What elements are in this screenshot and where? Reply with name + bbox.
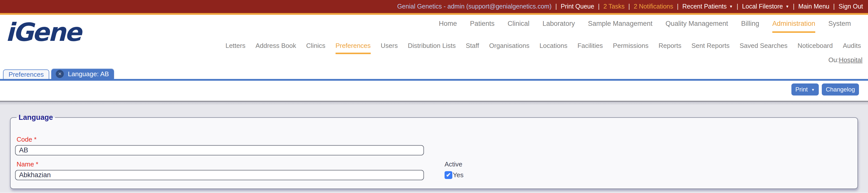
content-area: Language Code * Name * Active ✔ Yes (0, 102, 868, 193)
page: Genial Genetics - admin (support@genialg… (0, 0, 868, 193)
ou-prefix: Ou: (828, 56, 839, 64)
account-info: Genial Genetics - admin (support@genialg… (397, 3, 552, 10)
changelog-button[interactable]: Changelog (822, 83, 859, 95)
actionbar: Print ▼ Changelog (0, 81, 868, 102)
tabbar: Preferences✕Language: AB (0, 69, 868, 79)
code-input[interactable] (15, 145, 424, 155)
igene-logo: iGene (5, 20, 81, 45)
subnav-item-sent-reports[interactable]: Sent Reports (691, 42, 730, 54)
topbar-item-main-menu[interactable]: Main Menu (799, 3, 830, 10)
active-check-row: ✔ Yes (444, 170, 463, 180)
topbar-item-print-queue[interactable]: Print Queue (561, 3, 594, 10)
subnav-item-clinics[interactable]: Clinics (306, 42, 326, 54)
code-field-group: Code * (15, 136, 853, 155)
subnav-item-preferences[interactable]: Preferences (336, 42, 371, 54)
nav-item-sample-management[interactable]: Sample Management (588, 20, 652, 33)
subnav-item-users[interactable]: Users (381, 42, 398, 54)
tab-underline (0, 79, 868, 81)
nav-item-administration[interactable]: Administration (772, 20, 815, 33)
topbar-item-2-notifications[interactable]: 2 Notifications (634, 3, 673, 10)
subnav-item-reports[interactable]: Reports (658, 42, 681, 54)
nav-item-clinical[interactable]: Clinical (507, 20, 529, 33)
subnav-item-permissions[interactable]: Permissions (613, 42, 649, 54)
nav-item-home[interactable]: Home (439, 20, 457, 33)
language-panel: Language Code * Name * Active ✔ Yes (10, 113, 858, 189)
changelog-button-label: Changelog (826, 86, 855, 93)
active-checkbox-label: Yes (453, 171, 463, 179)
separator: | (793, 3, 795, 10)
caret-down-icon: ▼ (729, 4, 733, 8)
topbar-item-sign-out[interactable]: Sign Out (839, 3, 863, 10)
separator: | (598, 3, 600, 10)
tab-label: Language: AB (68, 70, 109, 78)
print-button[interactable]: Print ▼ (792, 83, 819, 95)
separator: | (737, 3, 738, 10)
separator: | (555, 3, 557, 10)
active-checkbox[interactable]: ✔ (444, 171, 452, 179)
subnav-item-staff[interactable]: Staff (466, 42, 479, 54)
separator: | (628, 3, 630, 10)
separator: | (677, 3, 679, 10)
subnav-item-audits[interactable]: Audits (843, 42, 861, 54)
subnav-item-noticeboard[interactable]: Noticeboard (798, 42, 833, 54)
tab-preferences[interactable]: Preferences (3, 69, 49, 79)
subnav-item-letters[interactable]: Letters (225, 42, 246, 54)
separator: | (833, 3, 835, 10)
topbar-item-recent-patients[interactable]: Recent Patients▼ (682, 3, 733, 10)
header: iGene HomePatientsClinicalLaboratorySamp… (0, 15, 868, 81)
name-row: Name * Active ✔ Yes (15, 160, 853, 180)
active-field-group: Active ✔ Yes (444, 160, 463, 180)
subnav-item-organisations[interactable]: Organisations (489, 42, 529, 54)
ou-line: Ou:Hospital (0, 56, 868, 64)
sub-nav: LettersAddress BookClinicsPreferencesUse… (0, 42, 868, 54)
tab-language-ab[interactable]: ✕Language: AB (51, 69, 114, 79)
nav-item-quality-management[interactable]: Quality Management (665, 20, 728, 33)
nav-item-billing[interactable]: Billing (741, 20, 759, 33)
nav-item-system[interactable]: System (828, 20, 851, 33)
topbar-item-local-filestore[interactable]: Local Filestore▼ (742, 3, 789, 10)
tab-close-icon[interactable]: ✕ (56, 70, 64, 78)
panel-title: Language (17, 113, 55, 122)
caret-down-icon: ▼ (785, 4, 789, 8)
nav-item-laboratory[interactable]: Laboratory (542, 20, 575, 33)
ou-hospital-link[interactable]: Hospital (839, 56, 863, 64)
tab-label: Preferences (8, 71, 44, 78)
name-label: Name * (17, 160, 424, 168)
name-input[interactable] (15, 170, 424, 180)
topbar: Genial Genetics - admin (support@genialg… (0, 0, 868, 15)
subnav-item-distribution-lists[interactable]: Distribution Lists (408, 42, 456, 54)
subnav-item-facilities[interactable]: Facilities (578, 42, 603, 54)
subnav-item-address-book[interactable]: Address Book (255, 42, 296, 54)
main-nav: HomePatientsClinicalLaboratorySample Man… (0, 20, 868, 33)
code-label: Code * (17, 136, 853, 143)
subnav-item-locations[interactable]: Locations (539, 42, 567, 54)
subnav-item-saved-searches[interactable]: Saved Searches (740, 42, 787, 54)
topbar-item-2-tasks[interactable]: 2 Tasks (603, 3, 624, 10)
print-button-label: Print (796, 86, 808, 93)
name-field-group: Name * (15, 160, 424, 180)
nav-item-patients[interactable]: Patients (470, 20, 495, 33)
caret-down-icon: ▼ (811, 88, 815, 92)
active-label: Active (444, 160, 463, 168)
